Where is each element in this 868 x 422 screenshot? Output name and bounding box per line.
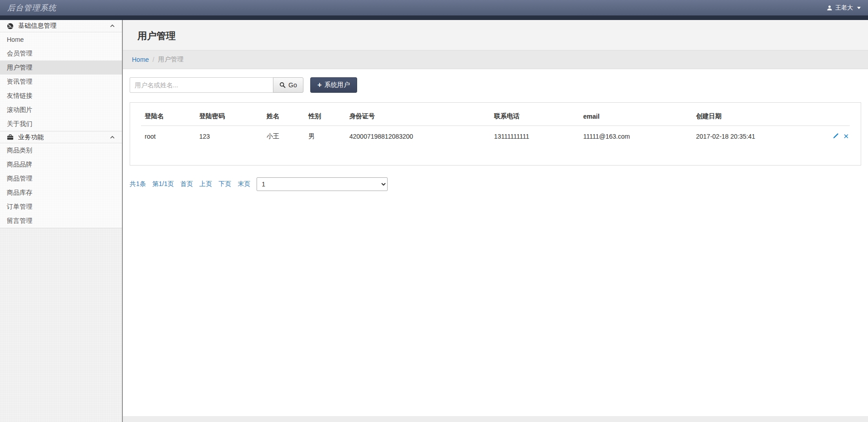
- sidebar-menu-business: 商品类别 商品品牌 商品管理 商品库存 订单管理 留言管理: [0, 143, 122, 228]
- topbar: 后台管理系统 王老大: [0, 0, 868, 15]
- go-label: Go: [288, 81, 297, 89]
- breadcrumb-separator: /: [152, 56, 154, 63]
- page-header: 用户管理: [123, 20, 868, 50]
- section-label: 基础信息管理: [18, 22, 56, 30]
- briefcase-icon: [7, 134, 14, 141]
- sidebar-item-carousel-images[interactable]: 滚动图片: [0, 103, 122, 117]
- search-icon: [279, 82, 286, 88]
- chevron-up-icon: [110, 135, 115, 140]
- chevron-up-icon: [110, 23, 115, 29]
- col-header-phone: 联系电话: [490, 106, 580, 126]
- users-table: 登陆名 登陆密码 姓名 性别 身份证号 联系电话 email 创建日期: [141, 106, 850, 147]
- table-row: root 123 小王 男 420007198812083200 1311111…: [141, 126, 850, 147]
- cell-password: 123: [196, 126, 263, 147]
- table-header-row: 登陆名 登陆密码 姓名 性别 身份证号 联系电话 email 创建日期: [141, 106, 850, 126]
- search-input[interactable]: [130, 77, 273, 93]
- user-menu[interactable]: 王老大: [827, 4, 861, 12]
- sidebar-item-messages[interactable]: 留言管理: [0, 214, 122, 228]
- col-header-email: email: [580, 106, 692, 126]
- sidebar-item-news[interactable]: 资讯管理: [0, 75, 122, 89]
- sidebar-item-product-stock[interactable]: 商品库存: [0, 186, 122, 200]
- cell-phone: 13111111111: [490, 126, 580, 147]
- user-icon: [827, 5, 833, 11]
- col-header-password: 登陆密码: [196, 106, 263, 126]
- dashboard-icon: [7, 23, 14, 30]
- sidebar-item-about-us[interactable]: 关于我们: [0, 117, 122, 131]
- cell-name: 小王: [263, 126, 305, 147]
- delete-x-icon[interactable]: ✕: [843, 132, 849, 140]
- sidebar: 基础信息管理 Home 会员管理 用户管理 资讯管理 友情链接 滚动图片 关于我…: [0, 20, 123, 422]
- pagination-page-info: 第1/1页: [152, 180, 174, 188]
- col-header-gender: 性别: [305, 106, 346, 126]
- breadcrumb: Home / 用户管理: [123, 50, 868, 69]
- breadcrumb-home-link[interactable]: Home: [132, 56, 149, 63]
- add-system-user-label: 系统用户: [324, 81, 350, 89]
- col-header-name: 姓名: [263, 106, 305, 126]
- sidebar-filler: [0, 228, 122, 422]
- plus-icon: +: [318, 81, 322, 89]
- content-area: Go + 系统用户 登陆名 登陆密码: [123, 69, 868, 416]
- cell-id-number: 420007198812083200: [346, 126, 490, 147]
- pagination: 共1条 第1/1页 首页 上页 下页 末页 1: [130, 177, 861, 191]
- cell-created: 2017-02-18 20:35:41: [692, 126, 824, 147]
- pagination-last-link[interactable]: 末页: [237, 180, 250, 188]
- users-table-panel: 登陆名 登陆密码 姓名 性别 身份证号 联系电话 email 创建日期: [130, 102, 861, 166]
- sidebar-item-product-management[interactable]: 商品管理: [0, 171, 122, 186]
- sidebar-section-business[interactable]: 业务功能: [0, 131, 122, 143]
- topbar-shadow-bar: [0, 15, 868, 20]
- breadcrumb-current: 用户管理: [158, 55, 183, 64]
- col-header-login: 登陆名: [141, 106, 196, 126]
- pagination-prev-link[interactable]: 上页: [199, 180, 212, 188]
- sidebar-item-home[interactable]: Home: [0, 32, 122, 46]
- cell-email: 11111@163.com: [580, 126, 692, 147]
- caret-down-icon: [857, 7, 861, 9]
- page-title: 用户管理: [137, 30, 857, 42]
- col-header-actions: [824, 106, 850, 126]
- search-row: Go + 系统用户: [130, 77, 861, 93]
- add-system-user-button[interactable]: + 系统用户: [310, 77, 357, 93]
- sidebar-section-basic-info[interactable]: 基础信息管理: [0, 20, 122, 32]
- main-area: 用户管理 Home / 用户管理 Go + 系统用户: [123, 20, 868, 422]
- col-header-created: 创建日期: [692, 106, 824, 126]
- sidebar-item-orders[interactable]: 订单管理: [0, 200, 122, 214]
- sidebar-item-users[interactable]: 用户管理: [0, 60, 122, 75]
- cell-gender: 男: [305, 126, 346, 147]
- page-select[interactable]: 1: [257, 177, 388, 191]
- cell-login: root: [141, 126, 196, 147]
- pagination-next-link[interactable]: 下页: [218, 180, 231, 188]
- edit-pencil-icon[interactable]: [833, 133, 839, 139]
- pagination-total: 共1条: [130, 180, 146, 188]
- cell-actions: ✕: [824, 126, 850, 147]
- sidebar-menu-basic: Home 会员管理 用户管理 资讯管理 友情链接 滚动图片 关于我们: [0, 32, 122, 131]
- user-name: 王老大: [835, 4, 853, 12]
- search-go-button[interactable]: Go: [273, 77, 303, 93]
- col-header-id-number: 身份证号: [346, 106, 490, 126]
- sidebar-item-friend-links[interactable]: 友情链接: [0, 89, 122, 103]
- sidebar-item-product-category[interactable]: 商品类别: [0, 143, 122, 157]
- app-title: 后台管理系统: [7, 3, 56, 13]
- sidebar-item-members[interactable]: 会员管理: [0, 46, 122, 60]
- section-label: 业务功能: [18, 133, 44, 141]
- sidebar-item-product-brand[interactable]: 商品品牌: [0, 157, 122, 171]
- pagination-first-link[interactable]: 首页: [180, 180, 193, 188]
